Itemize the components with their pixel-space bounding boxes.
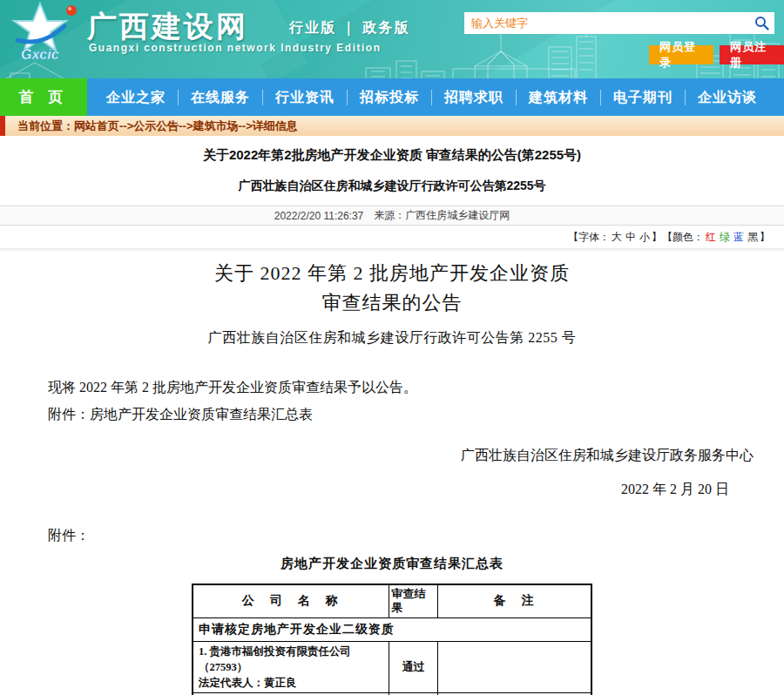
- site-logo-star-icon: Gxcic: [7, 2, 87, 64]
- issue-date: 2022 年 2 月 20 日: [0, 481, 729, 499]
- column-header-company: 公 司 名 称: [193, 584, 389, 617]
- nav-item-bidding[interactable]: 招标投标: [348, 90, 432, 105]
- table-title: 房地产开发企业资质审查结果汇总表: [0, 556, 784, 572]
- table-row: 1. 贵港市福创投资有限责任公司（27593） 法定代表人：黄正良 通过: [193, 641, 591, 692]
- column-header-remark: 备 注: [438, 584, 591, 617]
- attachment-reference: 附件：房地产开发企业资质审查结果汇总表: [48, 406, 784, 424]
- nav-item-building-materials[interactable]: 建筑材料: [517, 90, 601, 105]
- article-body: 关于 2022 年第 2 批房地产开发企业资质 审查结果的公告 广西壮族自治区住…: [0, 259, 784, 695]
- nav-item-enterprise-interview[interactable]: 企业访谈: [686, 90, 769, 105]
- qualification-result-table: 公 司 名 称 审查结果 备 注 申请核定房地产开发企业二级资质 1. 贵港市福…: [192, 584, 592, 695]
- source-label: 来源：广西住房城乡建设厅网: [374, 208, 510, 223]
- page-title: 关于2022年第2批房地产开发企业资质 审查结果的公告(第2255号): [0, 147, 784, 164]
- legal-representative: 法定代表人：黄正良: [199, 675, 383, 691]
- table-header-row: 公 司 名 称 审查结果 备 注: [193, 584, 591, 617]
- nav-item-home[interactable]: 首 页: [0, 78, 87, 116]
- nav-item-recruitment[interactable]: 招聘求职: [432, 90, 517, 105]
- header-buttons: 网员登录 网员注册: [649, 45, 784, 64]
- font-color-green-button[interactable]: 绿: [720, 231, 730, 243]
- review-result: 通过: [389, 641, 438, 692]
- article-paragraph: 现将 2022 年第 2 批房地产开发企业资质审查结果予以公告。: [48, 379, 784, 397]
- search-bar: [464, 12, 774, 34]
- font-size-small-button[interactable]: 小: [639, 231, 650, 243]
- attachment-label: 附件：: [48, 527, 784, 545]
- publish-datetime: 2022/2/20 11:26:37: [274, 210, 364, 222]
- meta-bar: 2022/2/20 11:26:37 来源：广西住房城乡建设厅网: [0, 206, 784, 226]
- article-title-line1: 关于 2022 年第 2 批房地产开发企业资质: [0, 259, 784, 288]
- page-subtitle: 广西壮族自治区住房和城乡建设厅行政许可公告第2255号: [0, 179, 784, 194]
- font-color-blue-button[interactable]: 蓝: [733, 231, 744, 243]
- bracket: 】: [652, 231, 662, 243]
- section-title: 申请核定房地产开发企业二级资质: [193, 617, 591, 641]
- company-name: 1. 贵港市福创投资有限责任公司（27593）: [199, 644, 383, 675]
- font-size-label: 【字体：: [568, 231, 610, 243]
- edition-labels[interactable]: 行业版 ｜ 政务版: [289, 19, 410, 37]
- member-register-button[interactable]: 网员注册: [720, 45, 784, 64]
- font-controls: 【字体：大中小】【颜色：红绿蓝黑】: [0, 230, 784, 245]
- article-title-line2: 审查结果的公告: [0, 288, 784, 318]
- font-color-black-button[interactable]: 黑: [747, 231, 758, 243]
- font-color-label: 【颜色：: [662, 231, 704, 243]
- issuing-organization: 广西壮族自治区住房和城乡建设厅政务服务中心: [0, 447, 754, 465]
- site-subtitle-english: Guangxi construction network Industry Ed…: [89, 42, 382, 54]
- site-header: Gxcic 广西建设网 行业版 ｜ 政务版 Guangxi constructi…: [0, 0, 784, 78]
- breadcrumb[interactable]: 当前位置：网站首页-->公示公告-->建筑市场-->详细信息: [0, 116, 784, 136]
- column-header-result: 审查结果: [389, 584, 438, 617]
- nav-items: 企业之家 在线服务 行业资讯 招标投标 招聘求职 建筑材料 电子期刊 企业访谈: [87, 78, 769, 116]
- search-input[interactable]: [471, 17, 754, 30]
- font-size-medium-button[interactable]: 中: [625, 231, 636, 243]
- font-size-large-button[interactable]: 大: [612, 231, 622, 243]
- nav-item-industry-news[interactable]: 行业资讯: [263, 90, 348, 105]
- bracket: 】: [760, 231, 770, 243]
- font-color-red-button[interactable]: 红: [706, 231, 716, 243]
- remark-cell: [438, 641, 591, 692]
- nav-item-e-journal[interactable]: 电子期刊: [601, 90, 686, 105]
- table-section-row: 申请核定房地产开发企业二级资质: [193, 617, 591, 641]
- member-login-button[interactable]: 网员登录: [649, 45, 713, 64]
- nav-item-online-services[interactable]: 在线服务: [179, 90, 263, 105]
- divider: [0, 248, 784, 252]
- search-icon[interactable]: [754, 16, 769, 30]
- company-cell: 1. 贵港市福创投资有限责任公司（27593） 法定代表人：黄正良: [193, 641, 389, 692]
- article-subtitle: 广西壮族自治区住房和城乡建设厅行政许可公告第 2255 号: [0, 329, 784, 348]
- main-nav: 首 页 企业之家 在线服务 行业资讯 招标投标 招聘求职 建筑材料 电子期刊 企…: [0, 78, 784, 116]
- nav-item-enterprise-home[interactable]: 企业之家: [94, 90, 179, 105]
- logo-text: Gxcic: [21, 47, 59, 62]
